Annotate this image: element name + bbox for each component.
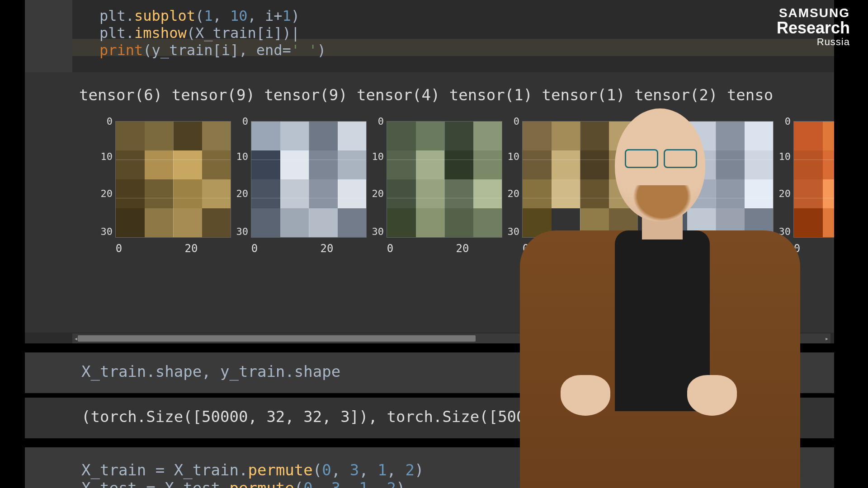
logo-line-3: Russia (777, 37, 850, 47)
horizontal-scrollbar[interactable]: ◂ ▸ (72, 333, 830, 343)
x-tick: 20 (456, 242, 469, 255)
tensor-print-output: tensor(6) tensor(9) tensor(9) tensor(4) … (79, 86, 773, 104)
y-tick: 30 (97, 226, 113, 237)
scrollbar-thumb[interactable] (78, 335, 476, 342)
imshow-subplot: 0102030020 (504, 108, 640, 271)
notebook-cell-1: plt.subplot(1, 10, i+1)plt.imshow(X_trai… (25, 0, 834, 343)
x-tick: 0 (794, 242, 800, 255)
notebook-cell-3[interactable]: X_train = X_train.permute(0, 3, 1, 2)X_t… (25, 447, 834, 488)
x-tick: 20 (727, 242, 741, 255)
y-tick: 20 (368, 188, 384, 199)
cell-2-output: (torch.Size([50000, 32, 32, 3]), torch.S… (25, 398, 834, 438)
x-tick: 0 (116, 242, 122, 255)
logo-line-1: SAMSUNG (777, 6, 850, 19)
y-tick: 20 (775, 188, 791, 199)
logo-line-2: Research (777, 19, 850, 37)
y-tick: 20 (504, 188, 519, 199)
y-tick: 30 (775, 226, 791, 237)
y-tick: 10 (640, 151, 655, 162)
imshow-subplot: 0102030020 (775, 108, 834, 271)
x-tick: 0 (387, 242, 393, 255)
code-line: X_train.shape, y_train.shape (81, 362, 340, 380)
y-tick: 0 (504, 116, 519, 127)
y-tick: 20 (640, 188, 655, 199)
code-editor[interactable]: plt.subplot(1, 10, i+1)plt.imshow(X_trai… (72, 0, 834, 72)
y-tick: 10 (368, 151, 384, 162)
code-line: X_train = X_train.permute(0, 3, 1, 2) (81, 461, 424, 479)
code-line: print(y_train[i], end=' ') (99, 42, 326, 59)
imshow-subplot: 0102030020 (97, 108, 233, 271)
scroll-right-arrow[interactable]: ▸ (823, 334, 830, 343)
x-tick: 0 (251, 242, 258, 255)
y-tick: 0 (97, 116, 113, 127)
y-tick: 0 (640, 116, 655, 127)
output-text: (torch.Size([50000, 32, 32, 3]), torch.S… (81, 408, 535, 426)
notebook-cell-2[interactable]: X_train.shape, y_train.shape (25, 352, 834, 393)
x-tick: 20 (592, 242, 605, 255)
y-tick: 20 (97, 188, 113, 199)
x-tick: 0 (523, 242, 529, 255)
code-line: plt.imshow(X_train[i])| (99, 24, 300, 42)
y-tick: 30 (640, 226, 655, 237)
imshow-subplot: 0102030020 (233, 108, 368, 271)
cell-output: tensor(6) tensor(9) tensor(9) tensor(4) … (25, 72, 834, 333)
imshow-subplot: 0102030020 (368, 108, 504, 271)
y-tick: 30 (504, 226, 519, 237)
y-tick: 30 (233, 226, 248, 237)
y-tick: 0 (368, 116, 384, 127)
x-tick: 0 (658, 242, 665, 255)
x-tick: 20 (185, 242, 198, 255)
code-line: plt.subplot(1, 10, i+1) (99, 7, 300, 24)
code-gutter (25, 0, 72, 72)
x-tick: 20 (321, 242, 334, 255)
y-tick: 30 (368, 226, 384, 237)
y-tick: 0 (775, 116, 791, 127)
y-tick: 20 (233, 188, 248, 199)
y-tick: 0 (233, 116, 248, 127)
imshow-plot-row: 0102030020010203002001020300200102030020… (97, 108, 834, 271)
y-tick: 10 (504, 151, 519, 162)
y-tick: 10 (775, 151, 791, 162)
code-line: X_test = X_test.permute(0, 3, 1, 2) (81, 479, 406, 488)
y-tick: 10 (233, 151, 248, 162)
imshow-subplot: 0102030020 (640, 108, 775, 271)
samsung-research-logo: SAMSUNG Research Russia (777, 6, 850, 47)
y-tick: 10 (97, 151, 113, 162)
